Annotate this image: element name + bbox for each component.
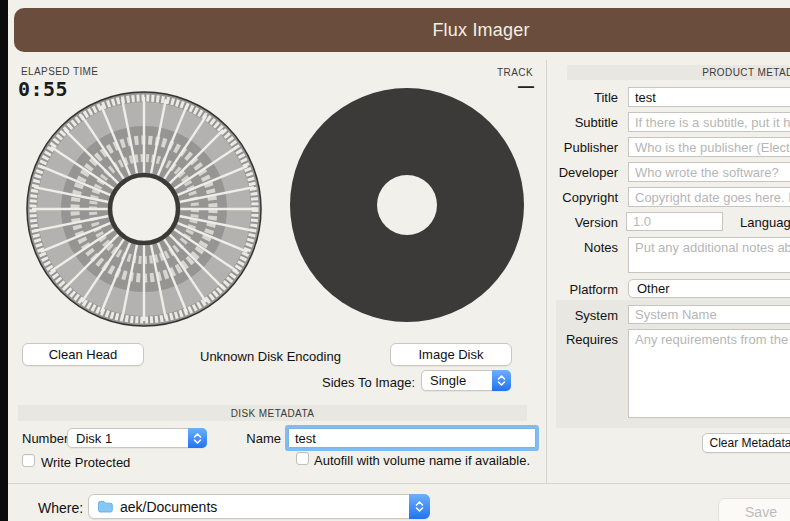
- elapsed-time-label: ELAPSED TIME: [21, 66, 98, 77]
- image-disk-button[interactable]: Image Disk: [390, 343, 512, 366]
- subtitle-label: Subtitle: [552, 115, 618, 130]
- version-input[interactable]: [626, 212, 723, 231]
- name-label: Name: [243, 431, 281, 446]
- subtitle-input[interactable]: [628, 112, 790, 132]
- number-label: Number: [22, 431, 68, 446]
- flux-imager-window: Flux Imager ELAPSED TIME 0:55 TRACK — Cl…: [0, 0, 790, 521]
- copyright-input[interactable]: [628, 187, 790, 207]
- encoding-status: Unknown Disk Encoding: [200, 349, 341, 364]
- save-button[interactable]: Save: [718, 498, 790, 521]
- disk-metadata-header: DISK METADATA: [18, 405, 527, 421]
- title-input[interactable]: [628, 87, 790, 107]
- system-input[interactable]: [628, 305, 790, 324]
- version-label: Version: [552, 215, 618, 230]
- disk-name-input[interactable]: [288, 428, 536, 448]
- language-label: Language: [740, 215, 790, 230]
- sides-to-image-label: Sides To Image:: [318, 375, 415, 390]
- write-protected-label: Write Protected: [41, 455, 130, 470]
- title-bar: Flux Imager: [14, 8, 790, 52]
- disk-number-value: Disk 1: [68, 431, 206, 446]
- requires-textarea[interactable]: [628, 329, 790, 418]
- title-label: Title: [552, 90, 618, 105]
- where-value: aek/Documents: [114, 499, 429, 515]
- autofill-checkbox[interactable]: [296, 452, 309, 465]
- chevron-updown-icon: [188, 428, 207, 448]
- where-popup[interactable]: aek/Documents: [88, 494, 430, 519]
- footer-divider: [8, 483, 790, 484]
- requires-label: Requires: [552, 332, 618, 347]
- sides-to-image-popup[interactable]: Single: [421, 370, 511, 391]
- where-label: Where:: [38, 500, 83, 516]
- track-label: TRACK: [493, 67, 533, 78]
- track-value: —: [518, 78, 534, 96]
- write-protected-checkbox[interactable]: [22, 454, 35, 467]
- autofill-label: Autofill with volume name if available.: [314, 453, 530, 468]
- notes-label: Notes: [552, 240, 618, 255]
- clear-metadata-button[interactable]: Clear Metadata: [702, 433, 790, 453]
- chevron-updown-icon: [409, 494, 430, 519]
- screen-edge: [0, 0, 8, 521]
- chevron-updown-icon: [492, 370, 511, 391]
- panel-divider: [546, 60, 547, 483]
- platform-value: Other: [629, 281, 790, 296]
- clean-head-button[interactable]: Clean Head: [22, 343, 144, 366]
- publisher-label: Publisher: [552, 140, 618, 155]
- disk-preview: [290, 88, 524, 322]
- flux-visualization: [25, 90, 263, 328]
- folder-icon: [97, 500, 114, 514]
- copyright-label: Copyright: [552, 190, 618, 205]
- developer-input[interactable]: [628, 162, 790, 182]
- developer-label: Developer: [552, 165, 618, 180]
- app-title: Flux Imager: [14, 20, 790, 41]
- disk-hub-hole: [377, 175, 437, 235]
- product-metadata-header: PRODUCT METADATA: [567, 65, 790, 80]
- notes-textarea[interactable]: [628, 237, 790, 273]
- platform-popup[interactable]: Other: [628, 279, 790, 298]
- system-label: System: [552, 308, 618, 323]
- disk-number-popup[interactable]: Disk 1: [67, 428, 207, 448]
- platform-label: Platform: [552, 282, 618, 297]
- publisher-input[interactable]: [628, 137, 790, 157]
